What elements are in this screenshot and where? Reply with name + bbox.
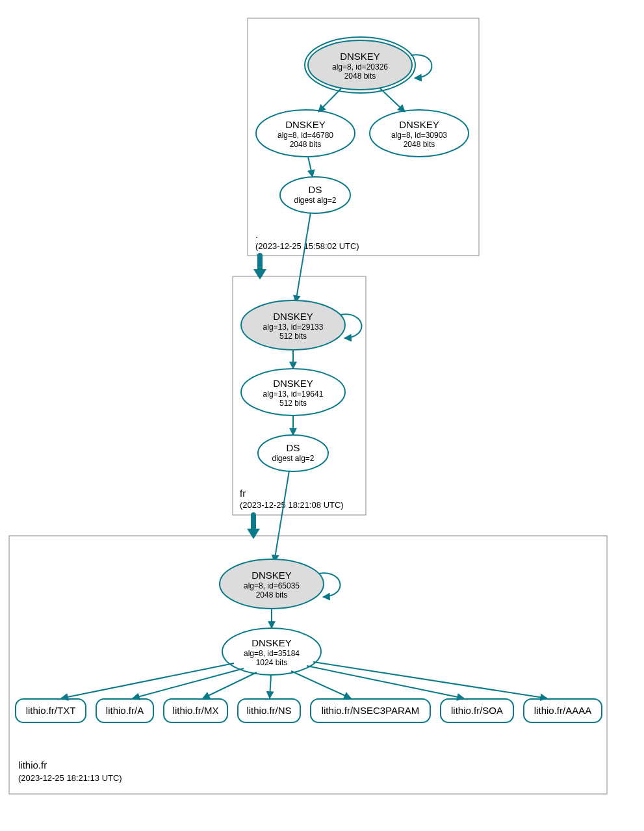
node-fr-zsk: DNSKEY alg=13, id=19641 512 bits bbox=[241, 369, 345, 415]
rr-n3p-label: lithio.fr/NSEC3PARAM bbox=[322, 705, 420, 716]
dom-zsk-bits: 1024 bits bbox=[256, 658, 288, 667]
node-rr-txt: lithio.fr/TXT bbox=[16, 699, 86, 722]
edge-zsk-ns bbox=[270, 675, 271, 698]
fr-zsk-bits: 512 bits bbox=[279, 399, 307, 408]
zone-arrow-fr-dom bbox=[247, 515, 260, 539]
node-rr-mx: lithio.fr/MX bbox=[164, 699, 227, 722]
edge-frds-domksk bbox=[274, 471, 289, 562]
root-zsk2-title: DNSKEY bbox=[399, 119, 439, 130]
edge-rootksk-zsk1 bbox=[318, 88, 341, 112]
node-root-ds: DS digest alg=2 bbox=[280, 177, 350, 213]
dom-ksk-alg: alg=8, id=65035 bbox=[244, 581, 300, 590]
edge-rootzsk1-ds bbox=[308, 157, 313, 177]
node-fr-ksk: DNSKEY alg=13, id=29133 512 bits bbox=[241, 300, 345, 350]
fr-ksk-bits: 512 bits bbox=[279, 332, 307, 341]
fr-ksk-alg: alg=13, id=29133 bbox=[263, 323, 324, 332]
edge-zsk-mx bbox=[203, 672, 257, 698]
rr-ns-label: lithio.fr/NS bbox=[246, 705, 291, 716]
root-ds-title: DS bbox=[309, 184, 322, 195]
rr-a-label: lithio.fr/A bbox=[106, 705, 144, 716]
root-zsk1-alg: alg=8, id=46780 bbox=[277, 131, 333, 140]
node-root-ksk: DNSKEY alg=8, id=20326 2048 bits bbox=[305, 37, 415, 93]
edge-zsk-txt bbox=[61, 663, 234, 698]
zone-arrow-root-fr bbox=[253, 256, 266, 280]
zone-dom-name: lithio.fr bbox=[18, 759, 47, 771]
fr-ksk-title: DNSKEY bbox=[273, 311, 313, 322]
node-root-zsk-46780: DNSKEY alg=8, id=46780 2048 bits bbox=[256, 110, 355, 157]
svg-point-4 bbox=[280, 177, 350, 213]
node-root-zsk-30903: DNSKEY alg=8, id=30903 2048 bits bbox=[370, 110, 469, 157]
edge-zsk-n3p bbox=[291, 671, 351, 698]
rr-mx-label: lithio.fr/MX bbox=[173, 705, 219, 716]
fr-ds-alg: digest alg=2 bbox=[272, 454, 314, 463]
fr-ds-title: DS bbox=[287, 442, 300, 453]
root-ksk-title: DNSKEY bbox=[340, 51, 380, 62]
svg-point-9 bbox=[258, 435, 328, 471]
root-ksk-bits: 2048 bits bbox=[344, 72, 376, 81]
node-rr-aaaa: lithio.fr/AAAA bbox=[524, 699, 602, 722]
root-ksk-alg: alg=8, id=20326 bbox=[332, 62, 388, 72]
root-zsk2-bits: 2048 bits bbox=[404, 140, 435, 149]
zone-fr-ts: (2023-12-25 18:21:08 UTC) bbox=[240, 500, 344, 510]
node-rr-a: lithio.fr/A bbox=[96, 699, 153, 722]
node-rr-ns: lithio.fr/NS bbox=[238, 699, 300, 722]
svg-marker-11 bbox=[247, 529, 260, 539]
root-zsk1-title: DNSKEY bbox=[285, 119, 326, 130]
node-dom-zsk: DNSKEY alg=8, id=35184 1024 bits bbox=[222, 628, 321, 675]
node-rr-n3p: lithio.fr/NSEC3PARAM bbox=[311, 699, 430, 722]
rr-txt-label: lithio.fr/TXT bbox=[26, 705, 76, 716]
fr-zsk-title: DNSKEY bbox=[273, 378, 313, 389]
dom-zsk-title: DNSKEY bbox=[251, 637, 292, 648]
dnssec-graph: . (2023-12-25 15:58:02 UTC) fr (2023-12-… bbox=[0, 0, 644, 831]
fr-zsk-alg: alg=13, id=19641 bbox=[263, 389, 324, 399]
edge-rootksk-zsk2 bbox=[380, 88, 405, 112]
root-zsk1-bits: 2048 bits bbox=[290, 140, 322, 149]
node-fr-ds: DS digest alg=2 bbox=[258, 435, 328, 471]
rr-aaaa-label: lithio.fr/AAAA bbox=[534, 705, 591, 716]
dom-zsk-alg: alg=8, id=35184 bbox=[244, 649, 300, 658]
node-dom-ksk: DNSKEY alg=8, id=65035 2048 bits bbox=[220, 559, 324, 609]
edge-zsk-aaaa bbox=[313, 662, 547, 698]
edge-rootds-frksk bbox=[296, 213, 311, 302]
dom-ksk-bits: 2048 bits bbox=[256, 590, 288, 600]
root-ds-alg: digest alg=2 bbox=[294, 196, 336, 205]
zone-root-ts: (2023-12-25 15:58:02 UTC) bbox=[255, 241, 359, 251]
zone-dom-ts: (2023-12-25 18:21:13 UTC) bbox=[18, 773, 122, 783]
zone-fr-name: fr bbox=[240, 488, 246, 499]
node-rr-soa: lithio.fr/SOA bbox=[441, 699, 513, 722]
dom-ksk-title: DNSKEY bbox=[251, 570, 292, 581]
rr-soa-label: lithio.fr/SOA bbox=[451, 705, 503, 716]
svg-marker-6 bbox=[253, 269, 266, 280]
root-zsk2-alg: alg=8, id=30903 bbox=[391, 131, 447, 140]
zone-root-name: . bbox=[255, 229, 258, 240]
